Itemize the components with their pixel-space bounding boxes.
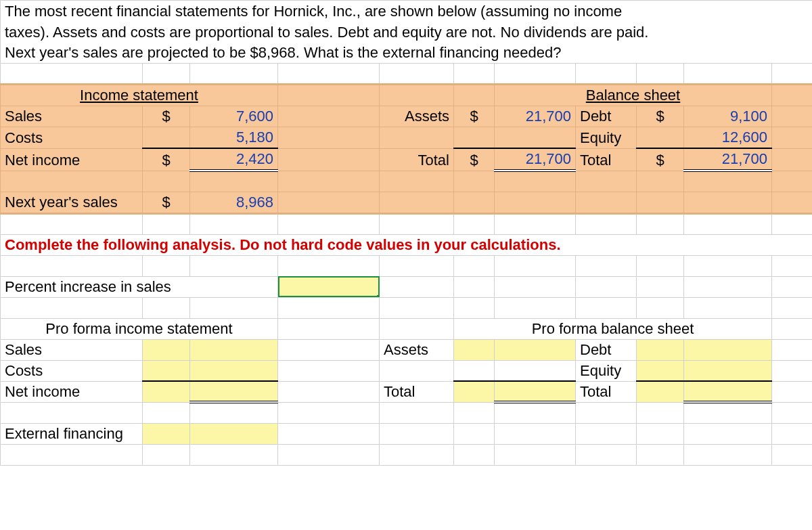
input-cell[interactable] (637, 339, 684, 360)
label-pf-total: Total (576, 381, 637, 402)
blank-row (1, 213, 813, 234)
question-line3: Next year's sales are projected to be $8… (1, 43, 813, 64)
income-statement-header: Income statement (1, 85, 278, 106)
label-total: Total (576, 148, 637, 171)
value-sales: 7,600 (190, 106, 278, 127)
label-debt: Debt (576, 106, 637, 127)
proforma-row: Net income Total Total (1, 381, 813, 402)
input-cell[interactable] (190, 381, 278, 402)
input-cell[interactable] (190, 360, 278, 381)
blank-row (1, 171, 813, 192)
dollar-sign: $ (454, 106, 495, 127)
dollar-sign: $ (454, 148, 495, 171)
input-cell[interactable] (684, 360, 772, 381)
question-row: Next year's sales are projected to be $8… (1, 43, 813, 64)
data-row: Sales $ 7,600 Assets $ 21,700 Debt $ 9,1… (1, 106, 813, 127)
data-header-row: Income statement Balance sheet (1, 85, 813, 106)
label-equity: Equity (576, 127, 637, 149)
input-cell[interactable] (454, 339, 495, 360)
proforma-header-row: Pro forma income statement Pro forma bal… (1, 318, 813, 339)
dollar-sign: $ (637, 148, 684, 171)
label-percent-increase: Percent increase in sales (1, 276, 278, 297)
instruction-row: Complete the following analysis. Do not … (1, 234, 813, 255)
proforma-bs-header: Pro forma balance sheet (454, 318, 772, 339)
input-cell[interactable] (495, 339, 576, 360)
input-cell[interactable] (454, 381, 495, 402)
label-pf-assets: Assets (380, 339, 454, 360)
dollar-sign: $ (143, 148, 190, 171)
input-cell[interactable] (143, 360, 190, 381)
label-external-financing: External financing (1, 423, 143, 444)
dollar-sign: $ (637, 106, 684, 127)
input-cell[interactable] (190, 339, 278, 360)
label-sales: Sales (1, 106, 143, 127)
proforma-row: Sales Assets Debt (1, 339, 813, 360)
value-assets: 21,700 (495, 106, 576, 127)
label-pf-costs: Costs (1, 360, 143, 381)
label-costs: Costs (1, 127, 143, 149)
label-next-year-sales: Next year's sales (1, 192, 143, 213)
analysis-row: Percent increase in sales (1, 276, 813, 297)
label-total: Total (380, 148, 454, 171)
input-cell[interactable] (143, 339, 190, 360)
value-debt: 9,100 (684, 106, 772, 127)
dollar-sign: $ (143, 192, 190, 213)
proforma-row: Costs Equity (1, 360, 813, 381)
input-cell[interactable] (684, 381, 772, 402)
blank-row (1, 402, 813, 423)
input-percent-increase[interactable] (278, 276, 380, 297)
balance-sheet-header: Balance sheet (495, 85, 772, 106)
value-net-income: 2,420 (190, 148, 278, 171)
blank-row (1, 64, 813, 85)
input-cell[interactable] (190, 423, 278, 444)
proforma-is-header: Pro forma income statement (1, 318, 278, 339)
value-total-liab: 21,700 (684, 148, 772, 171)
label-assets: Assets (380, 106, 454, 127)
question-line1: The most recent financial statements for… (1, 1, 813, 22)
label-pf-sales: Sales (1, 339, 143, 360)
input-cell[interactable] (143, 381, 190, 402)
instruction-text: Complete the following analysis. Do not … (1, 234, 813, 255)
data-row: Next year's sales $ 8,968 (1, 192, 813, 213)
blank-row (1, 444, 813, 465)
value-next-year-sales: 8,968 (190, 192, 278, 213)
data-row: Costs 5,180 Equity 12,600 (1, 127, 813, 149)
question-line2: taxes). Assets and costs are proportiona… (1, 22, 813, 43)
label-pf-equity: Equity (576, 360, 637, 381)
question-row: taxes). Assets and costs are proportiona… (1, 22, 813, 43)
input-cell[interactable] (495, 381, 576, 402)
label-pf-total: Total (380, 381, 454, 402)
data-row: Net income $ 2,420 Total $ 21,700 Total … (1, 148, 813, 171)
value-costs: 5,180 (190, 127, 278, 149)
input-cell[interactable] (637, 381, 684, 402)
spreadsheet: The most recent financial statements for… (0, 0, 812, 466)
label-pf-debt: Debt (576, 339, 637, 360)
label-net-income: Net income (1, 148, 143, 171)
blank-row (1, 297, 813, 318)
dollar-sign: $ (143, 106, 190, 127)
question-row: The most recent financial statements for… (1, 1, 813, 22)
input-cell[interactable] (684, 339, 772, 360)
input-cell[interactable] (637, 360, 684, 381)
value-equity: 12,600 (684, 127, 772, 149)
value-total-assets: 21,700 (495, 148, 576, 171)
label-pf-net-income: Net income (1, 381, 143, 402)
external-financing-row: External financing (1, 423, 813, 444)
blank-row (1, 255, 813, 276)
input-cell[interactable] (143, 423, 190, 444)
